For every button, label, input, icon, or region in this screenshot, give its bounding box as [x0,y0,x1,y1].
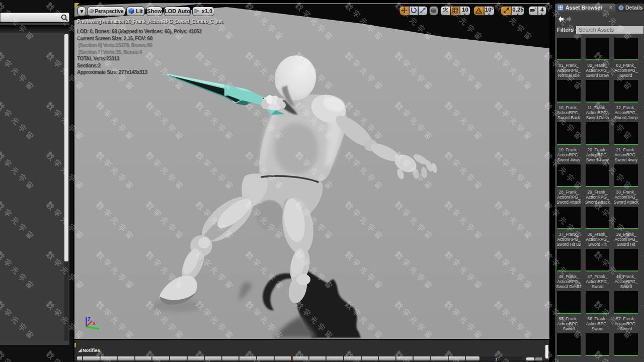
svg-text:Z: Z [88,317,91,322]
svg-text:X: X [93,321,96,326]
